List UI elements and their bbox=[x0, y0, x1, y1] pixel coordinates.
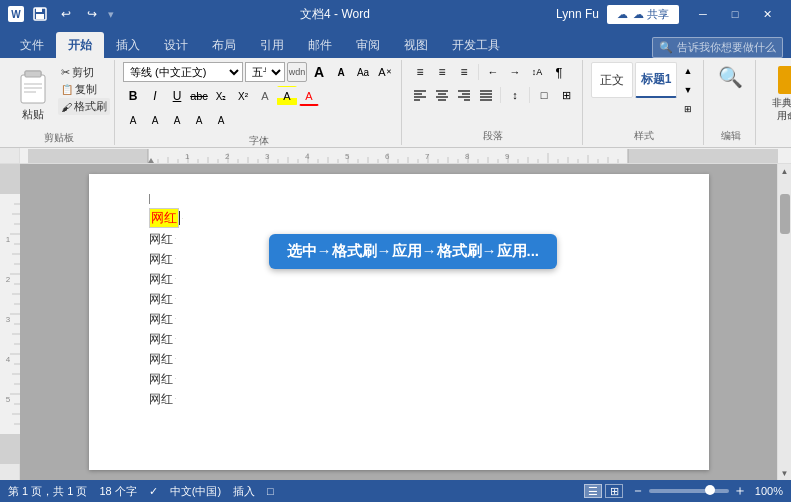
dot-4: · bbox=[175, 269, 177, 289]
copy-label: 复制 bbox=[75, 82, 97, 97]
strikethrough-btn[interactable]: abc bbox=[189, 86, 209, 106]
tab-review[interactable]: 审阅 bbox=[344, 32, 392, 58]
font-row-2: B I U abc X₂ X² A A A bbox=[123, 86, 319, 106]
font-shrink-btn[interactable]: A bbox=[331, 62, 351, 82]
redo-quick-btn[interactable]: ↪ bbox=[82, 4, 102, 24]
shading-btn[interactable]: □ bbox=[534, 85, 554, 105]
justify-btn[interactable] bbox=[476, 85, 496, 105]
font-shrink2-btn[interactable]: A bbox=[167, 110, 187, 130]
zoom-slider[interactable] bbox=[649, 489, 729, 493]
save-quick-btn[interactable] bbox=[30, 4, 50, 24]
nonstandard-button[interactable]: 非典型常用命令 bbox=[764, 62, 791, 126]
format-painter-button[interactable]: 🖌 格式刷 bbox=[58, 98, 110, 115]
superscript-btn[interactable]: X² bbox=[233, 86, 253, 106]
font-size-select[interactable]: 五号 bbox=[245, 62, 285, 82]
zoom-in-btn[interactable]: ＋ bbox=[733, 482, 747, 500]
multilevel-btn[interactable]: ≡ bbox=[454, 62, 474, 82]
increase-indent-btn[interactable]: → bbox=[505, 62, 525, 82]
font-phonetic-btn[interactable]: A bbox=[189, 110, 209, 130]
window-controls: ─ □ ✕ bbox=[687, 0, 783, 28]
document-scroll[interactable]: 网红 · 网红 · 网红 · 网红 · 网红 · 网红 bbox=[20, 164, 777, 480]
copy-button[interactable]: 📋 复制 bbox=[58, 81, 110, 98]
text-content-9: 网红 bbox=[149, 369, 173, 389]
text-highlight-btn[interactable]: A bbox=[277, 86, 297, 106]
text-line-7: 网红 · bbox=[149, 329, 669, 349]
tooltip-text: 选中→格式刷→应用→格式刷→应用... bbox=[287, 242, 540, 259]
tab-design[interactable]: 设计 bbox=[152, 32, 200, 58]
font-name-select[interactable]: 等线 (中文正文) bbox=[123, 62, 243, 82]
scroll-thumb[interactable] bbox=[780, 194, 790, 234]
bullets-btn[interactable]: ≡ bbox=[410, 62, 430, 82]
svg-text:9: 9 bbox=[505, 152, 510, 161]
font-row-3: A A A A A bbox=[123, 110, 231, 130]
undo-quick-btn[interactable]: ↩ bbox=[56, 4, 76, 24]
vertical-scrollbar[interactable]: ▲ ▼ bbox=[777, 164, 791, 480]
tab-view[interactable]: 视图 bbox=[392, 32, 440, 58]
zoom-out-btn[interactable]: － bbox=[631, 482, 645, 500]
tab-file[interactable]: 文件 bbox=[8, 32, 56, 58]
insert-mode: 插入 bbox=[233, 484, 255, 499]
scroll-down-btn[interactable]: ▼ bbox=[778, 466, 792, 480]
page-count: 第 1 页，共 1 页 bbox=[8, 484, 87, 499]
tab-home[interactable]: 开始 bbox=[56, 32, 104, 58]
tab-insert[interactable]: 插入 bbox=[104, 32, 152, 58]
align-center-btn[interactable] bbox=[432, 85, 452, 105]
cut-button[interactable]: ✂ 剪切 bbox=[58, 64, 110, 81]
svg-text:8: 8 bbox=[465, 152, 470, 161]
decrease-indent-btn[interactable]: ← bbox=[483, 62, 503, 82]
view-buttons: ☰ ⊞ bbox=[584, 484, 623, 498]
numbered-btn[interactable]: ≡ bbox=[432, 62, 452, 82]
underline-btn[interactable]: U bbox=[167, 86, 187, 106]
change-case-btn[interactable]: Aa bbox=[353, 62, 373, 82]
style-heading1[interactable]: 标题1 bbox=[635, 62, 677, 98]
line-spacing-btn[interactable]: ↕ bbox=[505, 85, 525, 105]
minimize-btn[interactable]: ─ bbox=[687, 0, 719, 28]
font-aa-btn[interactable]: A bbox=[145, 110, 165, 130]
font-grow-btn[interactable]: A bbox=[309, 62, 329, 82]
show-marks-btn[interactable]: ¶ bbox=[549, 62, 569, 82]
bold-btn[interactable]: B bbox=[123, 86, 143, 106]
para-divider2 bbox=[500, 87, 501, 103]
editing-button[interactable]: 🔍 bbox=[712, 62, 749, 92]
borders-btn[interactable]: ⊞ bbox=[556, 85, 576, 105]
paragraph-label: 段落 bbox=[483, 127, 503, 143]
font-char-btn[interactable]: A bbox=[211, 110, 231, 130]
dot-2: · bbox=[175, 229, 177, 249]
subscript-btn[interactable]: X₂ bbox=[211, 86, 231, 106]
close-btn[interactable]: ✕ bbox=[751, 0, 783, 28]
vertical-ruler: 1 2 3 4 5 bbox=[0, 164, 20, 480]
font-size-wdn-btn[interactable]: wdn bbox=[287, 62, 307, 82]
copy-icon: 📋 bbox=[61, 84, 73, 95]
align-left-btn[interactable] bbox=[410, 85, 430, 105]
share-button[interactable]: ☁ ☁ 共享 bbox=[607, 5, 679, 24]
web-layout-btn[interactable]: ⊞ bbox=[605, 484, 623, 498]
svg-rect-89 bbox=[0, 434, 20, 464]
paste-button[interactable]: 粘贴 bbox=[8, 62, 58, 129]
tab-references[interactable]: 引用 bbox=[248, 32, 296, 58]
italic-btn[interactable]: I bbox=[145, 86, 165, 106]
tooltip-bubble: 选中→格式刷→应用→格式刷→应用... bbox=[269, 234, 558, 269]
align-right-btn[interactable] bbox=[454, 85, 474, 105]
clear-format-btn[interactable]: A✕ bbox=[375, 62, 395, 82]
tab-layout[interactable]: 布局 bbox=[200, 32, 248, 58]
text-effect-btn[interactable]: A bbox=[255, 86, 275, 106]
print-layout-btn[interactable]: ☰ bbox=[584, 484, 602, 498]
tab-mailings[interactable]: 邮件 bbox=[296, 32, 344, 58]
svg-rect-2 bbox=[36, 14, 44, 19]
scroll-up-btn[interactable]: ▲ bbox=[778, 164, 792, 178]
clipboard-group: 粘贴 ✂ 剪切 📋 复制 🖌 格式刷 剪 bbox=[4, 60, 115, 145]
font-char-spacing-btn[interactable]: A bbox=[123, 110, 143, 130]
document-area: 1 2 3 4 5 网红 · 网红 · 网红 · bbox=[0, 164, 791, 480]
style-normal[interactable]: 正文 bbox=[591, 62, 633, 98]
restore-btn[interactable]: □ bbox=[719, 0, 751, 28]
text-line-6: 网红 · bbox=[149, 309, 669, 329]
search-box[interactable]: 🔍 告诉我你想要做什么 bbox=[652, 37, 783, 58]
styles-scroll-up[interactable]: ▲ bbox=[679, 62, 697, 80]
styles-expand[interactable]: ⊞ bbox=[679, 100, 697, 118]
styles-scroll-down[interactable]: ▼ bbox=[679, 81, 697, 99]
format-painter-label: 格式刷 bbox=[74, 99, 107, 114]
ribbon-tabs: 文件 开始 插入 设计 布局 引用 邮件 审阅 视图 开发工具 🔍 告诉我你想要… bbox=[0, 28, 791, 58]
sort-btn[interactable]: ↕A bbox=[527, 62, 547, 82]
tab-developer[interactable]: 开发工具 bbox=[440, 32, 512, 58]
font-color-btn[interactable]: A bbox=[299, 86, 319, 106]
